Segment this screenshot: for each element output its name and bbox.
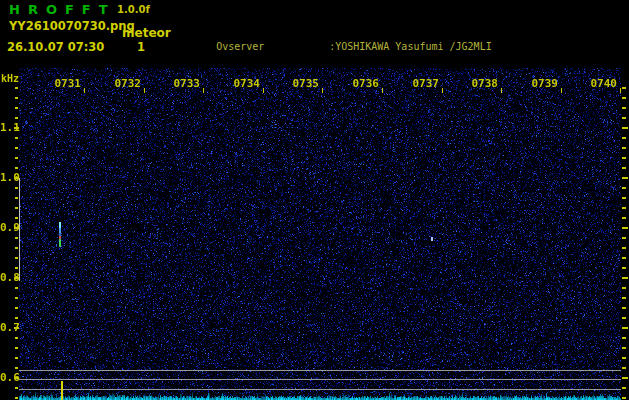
freq-tick-right — [622, 167, 626, 169]
time-tick-label: 0731 — [50, 78, 81, 89]
freq-tick-minor — [15, 157, 18, 159]
time-tick-label: 0740 — [586, 78, 617, 89]
freq-tick-major — [14, 127, 19, 129]
freq-tick-right — [622, 347, 626, 349]
freq-tick-right — [622, 97, 626, 99]
freq-tick-minor — [15, 357, 18, 359]
freq-tick-right — [622, 277, 628, 279]
freq-tick-right — [622, 337, 626, 339]
freq-tick-minor — [15, 117, 18, 119]
time-tick-mark — [84, 88, 85, 93]
freq-tick-label: 1.1 — [0, 122, 13, 133]
freq-tick-right — [622, 297, 626, 299]
freq-tick-right — [622, 187, 626, 189]
time-tick-mark — [263, 88, 264, 93]
freq-tick-label: 1.0 — [0, 172, 13, 183]
freq-tick-right — [622, 357, 626, 359]
reference-line — [19, 379, 621, 380]
freq-tick-major — [14, 277, 19, 279]
freq-tick-minor — [15, 167, 18, 169]
time-tick-mark — [561, 88, 562, 93]
freq-tick-right — [622, 257, 626, 259]
freq-tick-minor — [15, 317, 18, 319]
freq-tick-right — [622, 157, 626, 159]
time-tick-label: 0736 — [348, 78, 379, 89]
freq-tick-right — [622, 137, 626, 139]
freq-tick-right — [622, 327, 628, 329]
time-tick-mark — [501, 88, 502, 93]
time-tick-label: 0737 — [408, 78, 439, 89]
freq-tick-minor — [15, 247, 18, 249]
freq-tick-major — [14, 227, 19, 229]
freq-tick-right — [622, 317, 626, 319]
freq-tick-minor — [15, 147, 18, 149]
time-tick-mark — [442, 88, 443, 93]
bottom-time-marker — [61, 381, 63, 400]
time-tick-label: 0732 — [110, 78, 141, 89]
freq-tick-right — [622, 177, 628, 179]
freq-tick-minor — [15, 367, 18, 369]
freq-tick-right — [622, 197, 626, 199]
meteor-echo-segment — [59, 239, 61, 247]
freq-tick-right — [622, 237, 626, 239]
freq-tick-minor — [15, 387, 18, 389]
freq-tick-minor — [15, 287, 18, 289]
freq-tick-minor — [15, 137, 18, 139]
freq-tick-right — [622, 127, 628, 129]
freq-tick-right — [622, 367, 626, 369]
freq-tick-minor — [15, 237, 18, 239]
freq-tick-minor — [15, 257, 18, 259]
freq-tick-minor — [15, 107, 18, 109]
time-tick-label: 0739 — [527, 78, 558, 89]
freq-tick-right — [622, 227, 628, 229]
freq-tick-right — [622, 207, 626, 209]
freq-tick-minor — [15, 87, 18, 89]
freq-tick-label: 0.7 — [0, 322, 13, 333]
freq-tick-right — [622, 87, 626, 89]
freq-tick-minor — [15, 347, 18, 349]
freq-tick-minor — [15, 337, 18, 339]
freq-tick-right — [622, 387, 626, 389]
freq-tick-major — [14, 327, 19, 329]
hrofft-output-image: HROFFT 1.0.0f YY2610070730.png meteor 26… — [0, 0, 629, 400]
time-tick-mark — [322, 88, 323, 93]
time-tick-mark — [203, 88, 204, 93]
freq-tick-minor — [15, 307, 18, 309]
freq-tick-minor — [15, 217, 18, 219]
freq-tick-right — [622, 377, 628, 379]
time-tick-label: 0738 — [467, 78, 498, 89]
time-tick-mark — [382, 88, 383, 93]
freq-tick-right — [622, 217, 626, 219]
freq-tick-right — [622, 147, 626, 149]
freq-tick-right — [622, 267, 626, 269]
faint-ping — [431, 237, 433, 241]
freq-tick-right — [622, 397, 626, 399]
freq-tick-minor — [15, 267, 18, 269]
time-tick-label: 0734 — [229, 78, 260, 89]
reference-line — [19, 370, 621, 371]
freq-tick-label: 0.9 — [0, 222, 13, 233]
freq-tick-right — [622, 247, 626, 249]
freq-tick-minor — [15, 97, 18, 99]
reference-line — [19, 389, 621, 390]
freq-tick-minor — [15, 397, 18, 399]
freq-tick-minor — [15, 297, 18, 299]
freq-tick-minor — [15, 197, 18, 199]
freq-tick-right — [622, 287, 626, 289]
freq-tick-major — [14, 177, 19, 179]
freq-tick-label: 0.8 — [0, 272, 13, 283]
plot-overlay: 1.11.00.90.80.70.60731073207330734073507… — [0, 0, 629, 400]
freq-tick-minor — [15, 207, 18, 209]
freq-tick-label: 0.6 — [0, 372, 13, 383]
freq-tick-minor — [15, 187, 18, 189]
time-tick-label: 0735 — [288, 78, 319, 89]
time-tick-mark — [144, 88, 145, 93]
time-tick-mark — [620, 88, 621, 93]
time-tick-label: 0733 — [169, 78, 200, 89]
freq-tick-right — [622, 117, 626, 119]
freq-tick-right — [622, 307, 626, 309]
freq-tick-right — [622, 107, 626, 109]
